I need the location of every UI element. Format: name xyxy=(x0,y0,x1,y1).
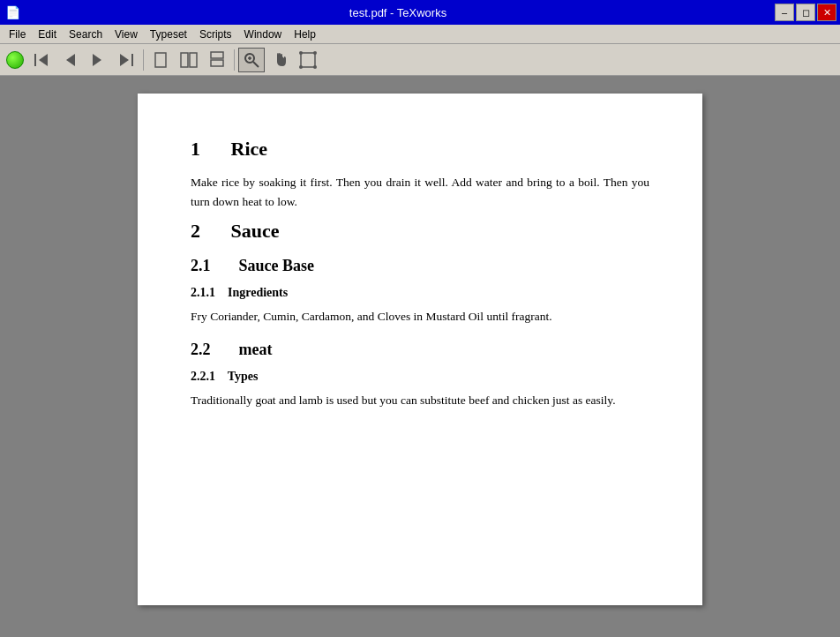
first-page-icon xyxy=(32,50,51,70)
toolbar-separator-2 xyxy=(234,49,235,71)
first-page-button[interactable] xyxy=(28,48,55,72)
section-2-title: 2 Sauce xyxy=(191,220,649,243)
svg-point-17 xyxy=(313,51,317,55)
subsubsection-2-2-1-title: 2.2.1 Types xyxy=(191,370,649,384)
window-controls: – ◻ ✕ xyxy=(775,4,836,21)
subsubsection-2-2-1-label: Types xyxy=(228,370,259,383)
titlebar: 📄 test.pdf - TeXworks – ◻ ✕ xyxy=(0,0,840,25)
subsubsection-2-1-1-number: 2.1.1 xyxy=(191,286,225,299)
svg-rect-10 xyxy=(211,60,223,66)
two-page-icon xyxy=(179,50,199,70)
minimize-button[interactable]: – xyxy=(775,4,794,21)
subsection-2-2-label: meat xyxy=(239,341,273,358)
svg-marker-5 xyxy=(120,54,129,66)
svg-line-12 xyxy=(253,62,259,67)
close-button[interactable]: ✕ xyxy=(817,4,836,21)
subsubsection-2-1-1-title: 2.1.1 Ingredients xyxy=(191,286,649,300)
app-icon: 📄 xyxy=(4,4,21,21)
single-page-button[interactable] xyxy=(147,48,174,72)
subsection-2-1-number: 2.1 xyxy=(191,257,235,275)
svg-rect-7 xyxy=(181,53,188,67)
last-page-icon xyxy=(116,50,136,70)
svg-point-18 xyxy=(299,65,303,69)
svg-marker-2 xyxy=(66,54,75,66)
hand-icon xyxy=(270,50,289,70)
subsubsection-2-2-1-content: Traditionally goat and lamb is used but … xyxy=(191,391,649,410)
prev-page-button[interactable] xyxy=(56,48,83,72)
continuous-page-button[interactable] xyxy=(204,48,230,72)
svg-rect-9 xyxy=(211,52,223,58)
svg-rect-6 xyxy=(155,53,166,67)
last-page-button[interactable] xyxy=(113,48,139,72)
menu-view[interactable]: View xyxy=(109,26,143,42)
section-1-title: 1 Rice xyxy=(191,138,649,161)
prev-page-icon xyxy=(60,50,79,70)
zoom-icon xyxy=(242,50,261,70)
toolbar xyxy=(0,44,840,76)
menubar: File Edit Search View Typeset Scripts Wi… xyxy=(0,25,840,44)
menu-window[interactable]: Window xyxy=(239,26,288,42)
next-page-button[interactable] xyxy=(85,48,111,72)
section-1-number: 1 xyxy=(191,138,226,161)
single-page-icon xyxy=(151,50,170,70)
section-1-content: Make rice by soaking it first. Then you … xyxy=(191,173,649,211)
continuous-page-icon xyxy=(207,50,227,70)
pdf-page: 1 Rice Make rice by soaking it first. Th… xyxy=(138,94,702,605)
main-area: 1 Rice Make rice by soaking it first. Th… xyxy=(0,76,840,637)
svg-rect-8 xyxy=(190,53,197,67)
two-page-button[interactable] xyxy=(176,48,202,72)
restore-button[interactable]: ◻ xyxy=(796,4,815,21)
hand-button[interactable] xyxy=(266,48,293,72)
window-title: test.pdf - TeXworks xyxy=(21,6,775,19)
menu-help[interactable]: Help xyxy=(289,26,321,42)
section-1-label: Rice xyxy=(231,138,268,160)
menu-scripts[interactable]: Scripts xyxy=(194,26,237,42)
zoom-button[interactable] xyxy=(238,48,265,72)
go-button[interactable] xyxy=(4,48,26,72)
section-2-label: Sauce xyxy=(231,220,280,242)
subsection-2-1-label: Sauce Base xyxy=(239,257,315,274)
subsection-2-2-title: 2.2 meat xyxy=(191,341,649,359)
svg-marker-1 xyxy=(39,54,48,66)
section-2-number: 2 xyxy=(191,220,226,243)
svg-rect-15 xyxy=(301,53,315,67)
next-page-icon xyxy=(88,50,108,70)
svg-rect-4 xyxy=(131,54,133,66)
subsubsection-2-2-1-number: 2.2.1 xyxy=(191,370,225,383)
menu-search[interactable]: Search xyxy=(64,26,108,42)
svg-point-16 xyxy=(299,51,303,55)
toolbar-separator-1 xyxy=(143,49,144,71)
green-circle-icon xyxy=(6,51,24,69)
menu-file[interactable]: File xyxy=(4,26,31,42)
pdf-viewer[interactable]: 1 Rice Make rice by soaking it first. Th… xyxy=(0,76,840,637)
svg-marker-3 xyxy=(93,54,101,66)
subsubsection-2-1-1-label: Ingredients xyxy=(228,286,288,299)
menu-typeset[interactable]: Typeset xyxy=(145,26,192,42)
select-icon xyxy=(298,50,318,70)
svg-rect-0 xyxy=(34,54,36,66)
menu-edit[interactable]: Edit xyxy=(33,26,62,42)
subsection-2-2-number: 2.2 xyxy=(191,341,235,359)
subsubsection-2-1-1-content: Fry Coriander, Cumin, Cardamon, and Clov… xyxy=(191,307,649,326)
subsection-2-1-title: 2.1 Sauce Base xyxy=(191,257,649,275)
select-button[interactable] xyxy=(295,48,321,72)
svg-point-19 xyxy=(313,65,317,69)
